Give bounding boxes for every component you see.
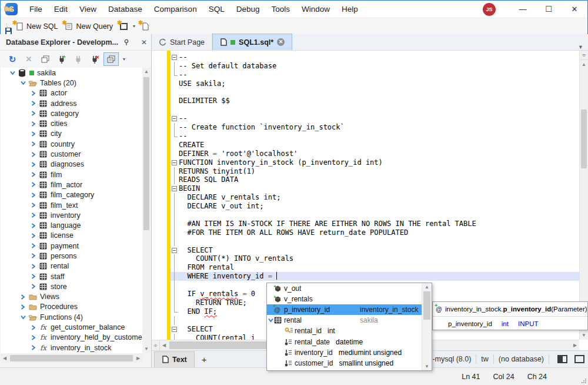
tree-item-views[interactable]: Views: [1, 292, 142, 302]
tree-item-customer[interactable]: customer: [1, 149, 142, 159]
chevron-right-icon[interactable]: [19, 294, 26, 300]
tree-item-rental[interactable]: rental: [1, 261, 142, 271]
new-window-button[interactable]: ✱: [116, 19, 131, 34]
close-panel-icon[interactable]: ✕: [137, 38, 151, 47]
new-connection-button[interactable]: +: [54, 52, 69, 66]
maximize-button[interactable]: ☐: [536, 1, 562, 18]
menu-view[interactable]: View: [74, 1, 102, 18]
add-view-button[interactable]: +: [195, 354, 214, 364]
tree-item-staff[interactable]: staff: [1, 271, 142, 281]
code-line[interactable]: -- Create function `inventory_in_stock`: [171, 123, 579, 132]
autocomplete-item-rental_id[interactable]: rental_idint: [267, 326, 432, 336]
chevron-right-icon[interactable]: [30, 264, 37, 269]
show-documents-button[interactable]: [103, 52, 119, 66]
tree-item-address[interactable]: address: [1, 98, 142, 108]
menu-debug[interactable]: Debug: [230, 1, 266, 18]
chevron-right-icon[interactable]: [30, 345, 37, 350]
code-line[interactable]: FUNCTION inventory_in_stock (p_inventory…: [171, 158, 579, 167]
code-line[interactable]: [171, 105, 579, 114]
autocomplete-item-p_inventory_id[interactable]: @+p_inventory_idinventory_in_stock: [267, 304, 432, 315]
new-document-button[interactable]: ✱: [137, 19, 152, 34]
code-line[interactable]: SELECT: [171, 246, 579, 255]
code-line[interactable]: COUNT(*) INTO v_rentals: [171, 254, 579, 263]
minimize-button[interactable]: —: [510, 1, 536, 18]
menu-window[interactable]: Window: [296, 1, 336, 18]
close-button[interactable]: ✕: [562, 1, 587, 18]
menu-comparison[interactable]: Comparison: [148, 1, 203, 18]
chevron-down-icon[interactable]: [19, 81, 26, 85]
fold-collapse-icon[interactable]: [171, 246, 179, 255]
code-line[interactable]: --: [171, 132, 579, 141]
chevron-down-icon[interactable]: [9, 71, 16, 75]
refresh-button[interactable]: ↻: [5, 52, 20, 66]
code-line[interactable]: READS SQL DATA: [171, 175, 579, 184]
resize-grip[interactable]: [581, 378, 587, 384]
menu-edit[interactable]: Edit: [48, 1, 74, 18]
tree-item-diagnoses[interactable]: diagnoses: [1, 160, 142, 170]
close-tab-icon[interactable]: ✕: [277, 38, 285, 46]
split-editor-handle[interactable]: ⌯: [580, 51, 588, 60]
chevron-right-icon[interactable]: [30, 131, 37, 137]
fold-collapse-icon[interactable]: [171, 158, 179, 167]
tree-vscrollbar[interactable]: ▲ ▼: [142, 68, 151, 353]
code-line[interactable]: --: [171, 53, 579, 62]
code-line[interactable]: CREATE: [171, 141, 579, 150]
tree-item-persons[interactable]: persons: [1, 251, 142, 261]
chevron-right-icon[interactable]: [30, 233, 37, 238]
tree-item-sakila[interactable]: sakila: [1, 68, 142, 78]
code-line[interactable]: -- Set default database: [171, 62, 579, 71]
delete-button[interactable]: ✕: [21, 52, 36, 66]
chevron-right-icon[interactable]: [30, 101, 37, 106]
fold-collapse-icon[interactable]: [171, 114, 179, 123]
tree-item-license[interactable]: license: [1, 231, 142, 241]
code-line[interactable]: --: [171, 114, 579, 123]
code-line[interactable]: DECLARE v_rentals int;: [171, 193, 579, 202]
fold-collapse-icon[interactable]: [171, 184, 179, 193]
pin-icon[interactable]: [123, 39, 137, 46]
new-query-button[interactable]: ✱ New Query: [61, 19, 116, 34]
fold-collapse-icon[interactable]: [171, 325, 179, 334]
disconnect-button[interactable]: ✕: [87, 52, 102, 66]
chevron-right-icon[interactable]: [30, 152, 37, 157]
new-window-caret-icon[interactable]: ▾: [131, 24, 137, 29]
split-editor-handle[interactable]: ⌯: [152, 340, 160, 350]
code-line[interactable]: USE sakila;: [171, 79, 579, 88]
tree-item-film-text[interactable]: film_text: [1, 200, 142, 210]
current-code-line[interactable]: WHERE inventory_id =: [171, 272, 579, 281]
tree-item-inventory[interactable]: inventory: [1, 210, 142, 220]
chevron-right-icon[interactable]: [30, 274, 37, 279]
chevron-right-icon[interactable]: [30, 223, 37, 228]
code-line[interactable]: DEFINER = 'root'@'localhost': [171, 150, 579, 158]
chevron-right-icon[interactable]: [30, 253, 37, 258]
chevron-right-icon[interactable]: [19, 304, 26, 310]
menu-database[interactable]: Database: [102, 1, 148, 18]
code-line[interactable]: RETURNS tinyint(1): [171, 167, 579, 176]
tree-item-store[interactable]: store: [1, 281, 142, 291]
tree-item-category[interactable]: category: [1, 108, 142, 118]
text-view-tab[interactable]: Text: [154, 351, 195, 367]
code-line[interactable]: [171, 237, 579, 246]
explorer-toolbar-caret-icon[interactable]: ▾: [121, 57, 127, 62]
chevron-down-icon[interactable]: [19, 315, 26, 320]
popup-scrollbar[interactable]: ▲ ▼: [422, 283, 432, 370]
tree-item-actor[interactable]: actor: [1, 88, 142, 98]
code-line[interactable]: #AN ITEM IS IN-STOCK IF THERE ARE EITHER…: [171, 220, 579, 228]
chevron-right-icon[interactable]: [30, 91, 37, 96]
tab-list-caret-icon[interactable]: ▼: [578, 44, 588, 50]
chevron-right-icon[interactable]: [30, 111, 37, 116]
connect-button[interactable]: [71, 52, 86, 66]
layout-split-button[interactable]: [557, 355, 567, 363]
user-avatar[interactable]: JS: [483, 3, 496, 16]
tree-item-procedures[interactable]: Procedures: [1, 302, 142, 312]
tree-item-inventory-in-stock[interactable]: fxinventory_in_stock: [1, 343, 142, 353]
tree-item-film-actor[interactable]: film_actor: [1, 180, 142, 190]
chevron-right-icon[interactable]: [30, 121, 37, 127]
tree-item-payment[interactable]: payment: [1, 241, 142, 251]
tab-sql1[interactable]: SQL1.sql* ✕: [212, 34, 292, 50]
layout-single-button[interactable]: [574, 355, 584, 363]
chevron-right-icon[interactable]: [30, 335, 37, 340]
code-line[interactable]: BEGIN: [171, 184, 579, 193]
tab-start-page[interactable]: Start Page: [152, 34, 212, 50]
connection-name[interactable]: -mysql (8.0): [432, 355, 471, 363]
chevron-right-icon[interactable]: [30, 213, 37, 218]
